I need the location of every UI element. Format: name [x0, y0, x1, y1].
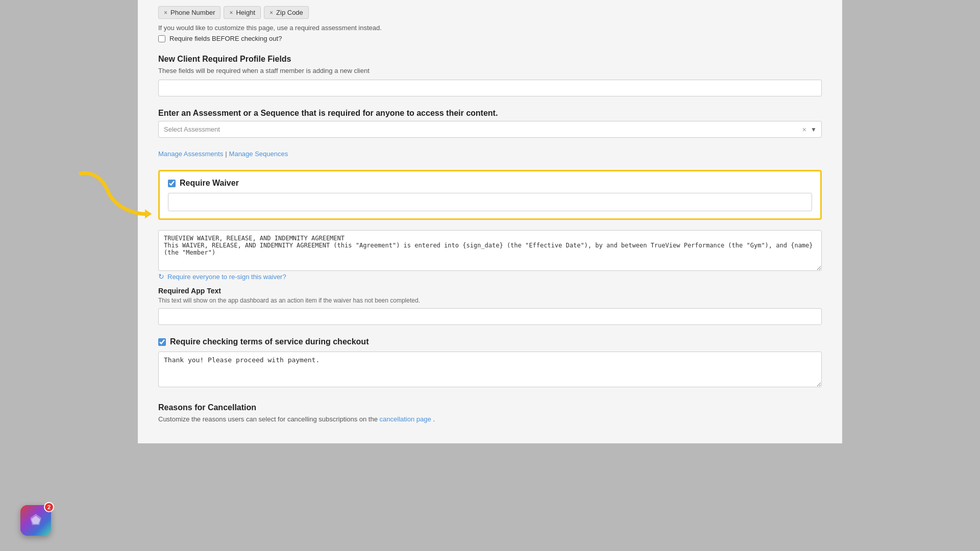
require-tos-label: Require checking terms of service during…	[170, 337, 369, 346]
tag-phone-number-label: Phone Number	[170, 9, 215, 16]
main-panel: × Phone Number × Height × Zip Code If yo…	[138, 0, 842, 443]
notification-badge: 2	[44, 502, 54, 512]
tag-zip-code[interactable]: × Zip Code	[264, 6, 309, 19]
required-app-text-subtitle: This text will show on the app dashboard…	[158, 297, 822, 304]
cancellation-page-link[interactable]: cancellation page	[380, 415, 431, 423]
required-app-text-title: Required App Text	[158, 287, 822, 295]
cancellation-section: Reasons for Cancellation Customize the r…	[158, 403, 822, 423]
notification-count: 2	[47, 504, 51, 510]
require-before-checkout-label: Require fields BEFORE checking out?	[169, 35, 282, 42]
tag-height[interactable]: × Height	[224, 6, 261, 19]
page-content: × Phone Number × Height × Zip Code If yo…	[0, 0, 980, 551]
tos-textarea[interactable]: Thank you! Please proceed with payment.	[158, 352, 822, 387]
assessment-select[interactable]: Select Assessment	[158, 121, 822, 138]
require-waiver-checkbox[interactable]	[168, 180, 176, 187]
app-icon[interactable]: 2	[20, 505, 51, 536]
tos-section: Require checking terms of service during…	[158, 337, 822, 389]
links-separator: |	[225, 150, 227, 158]
tag-zip-code-label: Zip Code	[276, 9, 303, 16]
remove-height-icon[interactable]: ×	[229, 9, 233, 16]
require-tos-checkbox[interactable]	[158, 338, 166, 346]
waiver-name-input[interactable]	[168, 193, 812, 211]
waiver-section-wrapper: Require Waiver	[158, 170, 822, 220]
customize-info-text: If you would like to customize this page…	[158, 24, 822, 32]
cancellation-subtitle: Customize the reasons users can select f…	[158, 415, 822, 423]
remove-zip-code-icon[interactable]: ×	[270, 9, 273, 16]
require-before-checkout-checkbox[interactable]	[158, 35, 165, 42]
cancellation-title: Reasons for Cancellation	[158, 403, 822, 412]
waiver-content-textarea[interactable]: TRUEVIEW WAIVER, RELEASE, AND INDEMNITY …	[158, 230, 822, 271]
new-client-input[interactable]	[158, 80, 822, 96]
assessment-title: Enter an Assessment or a Sequence that i…	[158, 109, 822, 118]
re-sign-icon: ↻	[158, 272, 164, 281]
tag-height-label: Height	[236, 9, 255, 16]
assessment-links-row: Manage Assessments | Manage Sequences	[158, 150, 822, 158]
new-client-subtitle: These fields will be required when a sta…	[158, 67, 822, 74]
svg-marker-0	[145, 209, 152, 218]
re-sign-label: Require everyone to re-sign this waiver?	[167, 273, 286, 281]
require-waiver-label: Require Waiver	[180, 179, 239, 188]
manage-assessments-link[interactable]: Manage Assessments	[158, 150, 223, 158]
arrow-annotation	[71, 164, 163, 227]
manage-sequences-link[interactable]: Manage Sequences	[229, 150, 288, 158]
tos-header: Require checking terms of service during…	[158, 337, 822, 346]
require-before-checkout-row: Require fields BEFORE checking out?	[158, 35, 822, 42]
waiver-header: Require Waiver	[168, 179, 812, 188]
assessment-section: Enter an Assessment or a Sequence that i…	[158, 109, 822, 138]
tags-row: × Phone Number × Height × Zip Code	[158, 0, 822, 24]
tag-phone-number[interactable]: × Phone Number	[158, 6, 220, 19]
new-client-section: New Client Required Profile Fields These…	[158, 55, 822, 96]
remove-phone-number-icon[interactable]: ×	[164, 9, 167, 16]
app-text-input[interactable]: Please Sign Required Waiver	[158, 308, 822, 325]
cancellation-subtitle-start: Customize the reasons users can select f…	[158, 415, 380, 423]
waiver-box: Require Waiver	[158, 170, 822, 220]
cancellation-subtitle-end: .	[433, 415, 435, 423]
new-client-title: New Client Required Profile Fields	[158, 55, 822, 64]
re-sign-link[interactable]: ↻ Require everyone to re-sign this waive…	[158, 272, 822, 281]
assessment-select-wrapper: Select Assessment × ▼	[158, 121, 822, 138]
app-logo-icon	[27, 512, 44, 529]
select-clear-icon[interactable]: ×	[802, 126, 806, 134]
